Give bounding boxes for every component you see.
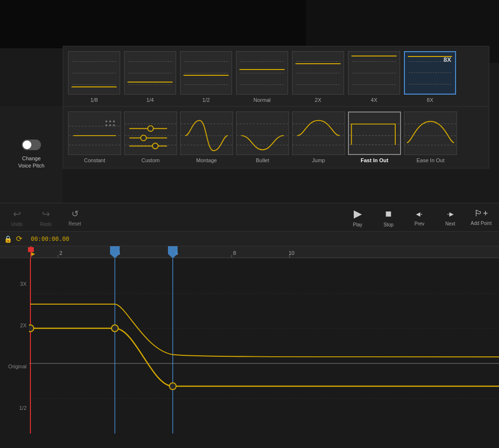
y-labels: 3X 2X Original 1/2	[0, 258, 29, 434]
speed-8x-label: 8X	[444, 56, 451, 63]
play-label: Play	[353, 222, 362, 227]
easing-label-montage: Montage	[196, 157, 217, 163]
speed-card-label-normal: Normal	[253, 97, 270, 103]
add-point-button[interactable]: 🏳+ Add Point	[471, 209, 492, 226]
undo-icon: ↩	[13, 208, 21, 220]
speed-card-inner-4x[interactable]	[348, 51, 400, 95]
y-label-2x: 2X	[2, 322, 27, 328]
speed-card-inner-1-8[interactable]	[68, 51, 120, 95]
speed-card-4x[interactable]: 4X	[348, 51, 400, 103]
playhead-arrow: ▶	[31, 251, 35, 256]
dash-line	[409, 72, 451, 73]
add-point-icon: 🏳+	[474, 209, 488, 219]
speed-card-8x[interactable]: 8X 8X	[404, 51, 456, 103]
easing-card-ease-in-out[interactable]: Ease In Out	[404, 112, 457, 163]
redo-button[interactable]: ↪ Redo	[36, 208, 55, 227]
next-button[interactable]: ·▸ Next	[440, 209, 461, 226]
svg-point-6	[105, 124, 107, 126]
yellow-indicator	[71, 86, 117, 87]
next-label: Next	[445, 221, 456, 226]
speed-card-1-8[interactable]: 1/8	[68, 51, 120, 103]
speed-card-1-4[interactable]: 1/4	[124, 51, 176, 103]
dash-line	[352, 61, 396, 62]
dash-line	[240, 84, 284, 85]
svg-point-18	[152, 143, 158, 149]
speed-card-normal[interactable]: Normal	[236, 51, 288, 103]
speed-card-label-2x: 2X	[315, 97, 321, 103]
redo-label: Redo	[40, 222, 52, 227]
y-label-3x: 3X	[2, 281, 27, 287]
dash-line	[72, 61, 116, 62]
easing-label-constant: Constant	[84, 157, 105, 163]
dash-line	[296, 84, 340, 85]
easing-card-bullet[interactable]: Bullet	[236, 112, 289, 163]
easing-card-inner-jump[interactable]	[292, 112, 345, 155]
yellow-indicator	[239, 69, 285, 70]
montage-svg	[180, 112, 233, 154]
yellow-indicator	[183, 75, 229, 76]
dash-line	[128, 73, 172, 73]
timeline-header: 🔒 ⟳ 00:00:00.00	[0, 232, 499, 246]
prev-label: Prev	[415, 221, 425, 226]
easing-card-custom[interactable]: Custom	[124, 112, 177, 163]
speed-panel: 1/8 1/4 1/2	[63, 46, 489, 108]
speed-card-inner-1-4[interactable]	[124, 51, 176, 95]
undo-button[interactable]: ↩ Undo	[7, 208, 27, 227]
easing-card-fast-in-out[interactable]: Fast In Out	[348, 112, 401, 163]
toggle-button[interactable]	[22, 140, 41, 150]
speed-card-1-2[interactable]: 1/2	[180, 51, 232, 103]
speed-card-label-1-4: 1/4	[146, 97, 153, 103]
easing-card-montage[interactable]: Montage	[180, 112, 233, 163]
svg-point-4	[109, 121, 111, 123]
stop-button[interactable]: ■ Stop	[378, 208, 399, 227]
easing-card-jump[interactable]: Jump	[292, 112, 345, 163]
easing-card-inner-bullet[interactable]	[236, 112, 289, 155]
dash-line	[296, 73, 340, 73]
jump-svg	[292, 112, 345, 154]
next-icon: ·▸	[447, 209, 454, 219]
timeline-area: 🔒 ⟳ 00:00:00.00 ▶ 2 4 6 8 10	[0, 232, 499, 448]
y-label-original: Original	[2, 364, 27, 369]
toolbar: ↩ Undo ↪ Redo ↺ Reset ▶ Play ■ Stop ◂· P…	[0, 203, 499, 232]
prev-icon: ◂·	[416, 209, 423, 219]
easing-label-jump: Jump	[312, 157, 325, 163]
svg-text:8: 8	[233, 250, 236, 256]
redo-icon: ↪	[42, 208, 50, 220]
yellow-indicator	[295, 63, 341, 64]
constant-svg	[69, 112, 121, 154]
speed-card-inner-8x[interactable]: 8X	[404, 51, 456, 95]
svg-point-3	[105, 121, 107, 123]
yellow-indicator	[127, 82, 173, 83]
reset-button[interactable]: ↺ Reset	[65, 209, 84, 226]
speed-card-label-4x: 4X	[371, 97, 377, 103]
dash-line	[296, 61, 340, 62]
speed-card-inner-2x[interactable]	[292, 51, 344, 95]
play-icon: ▶	[354, 208, 362, 220]
easing-card-inner-fast-in-out[interactable]	[348, 112, 401, 155]
bullet-svg	[236, 112, 289, 154]
speed-card-inner-1-2[interactable]	[180, 51, 232, 95]
reset-label: Reset	[69, 221, 81, 226]
dash-line	[240, 61, 284, 62]
ruler-svg: 2 4 6 8 10	[0, 246, 499, 258]
dash-line	[128, 61, 172, 62]
speed-card-2x[interactable]: 2X	[292, 51, 344, 103]
easing-card-constant[interactable]: Constant	[68, 112, 121, 163]
timecode: 00:00:00.00	[31, 236, 69, 242]
prev-button[interactable]: ◂· Prev	[409, 209, 430, 226]
easing-label-custom: Custom	[141, 157, 160, 163]
svg-point-7	[109, 124, 111, 126]
easing-card-inner-montage[interactable]	[180, 112, 233, 155]
easing-label-fast-in-out: Fast In Out	[360, 157, 388, 163]
fast-in-out-svg	[349, 112, 400, 154]
playhead-line: ▶	[30, 246, 31, 258]
sync-icon[interactable]: ⟳	[16, 234, 22, 243]
easing-card-inner-custom[interactable]	[124, 112, 177, 155]
speed-card-inner-normal[interactable]	[236, 51, 288, 95]
easing-card-inner-constant[interactable]	[68, 112, 121, 155]
speed-card-label-8x: 8X	[427, 97, 433, 103]
svg-point-55	[111, 325, 118, 332]
easing-card-inner-ease-in-out[interactable]	[404, 112, 457, 155]
play-button[interactable]: ▶ Play	[347, 208, 368, 227]
lock-icon[interactable]: 🔒	[4, 235, 12, 243]
